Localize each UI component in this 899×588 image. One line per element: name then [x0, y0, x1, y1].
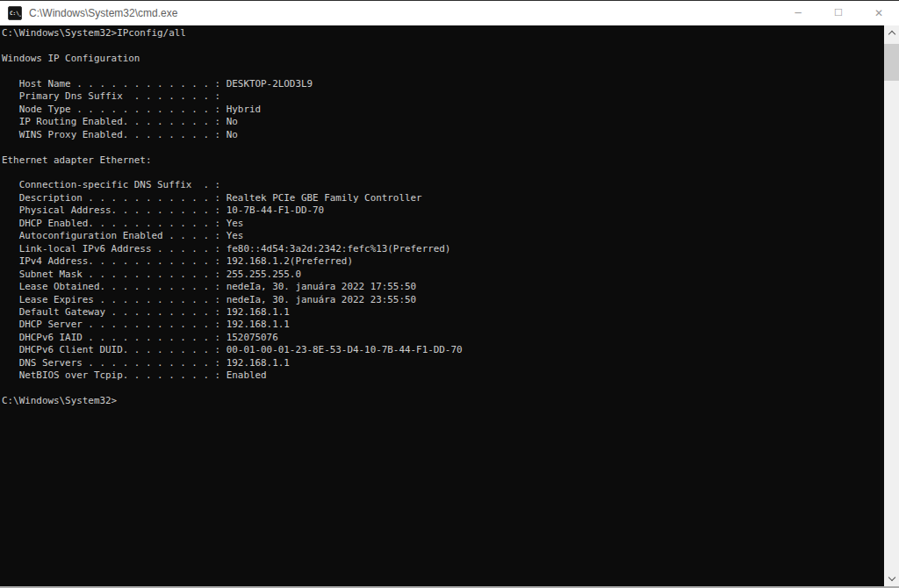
minimize-button[interactable]: ─ [778, 1, 818, 25]
chevron-down-icon [888, 574, 895, 581]
maximize-button[interactable]: ☐ [818, 1, 859, 25]
maximize-icon: ☐ [834, 8, 843, 18]
scrollbar[interactable] [884, 25, 899, 586]
cmd-window: C:\_ C:\Windows\System32\cmd.exe ─ ☐ ✕ C… [0, 0, 899, 588]
close-button[interactable]: ✕ [859, 1, 899, 25]
console: C:\Windows\System32>IPconfig/all Windows… [0, 25, 899, 586]
window-controls: ─ ☐ ✕ [778, 1, 899, 25]
scroll-up-button[interactable] [884, 25, 899, 40]
scroll-down-button[interactable] [884, 571, 899, 586]
console-output[interactable]: C:\Windows\System32>IPconfig/all Windows… [0, 25, 884, 586]
window-title: C:\Windows\System32\cmd.exe [29, 7, 177, 19]
close-icon: ✕ [874, 8, 883, 18]
titlebar[interactable]: C:\_ C:\Windows\System32\cmd.exe ─ ☐ ✕ [0, 1, 899, 25]
minimize-icon: ─ [795, 8, 801, 18]
scrollbar-thumb[interactable] [884, 44, 899, 81]
chevron-up-icon [888, 31, 895, 38]
cmd-app-icon[interactable]: C:\_ [8, 6, 22, 20]
cmd-app-icon-text: C:\_ [9, 11, 22, 16]
